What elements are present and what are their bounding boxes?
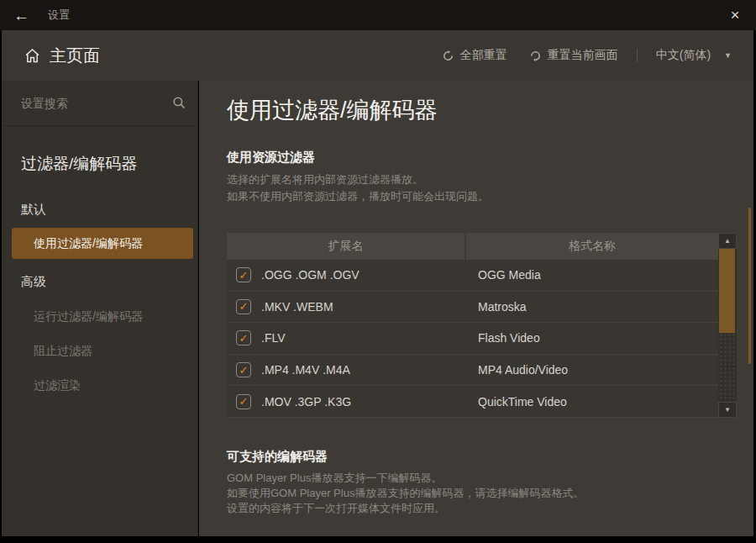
check-icon: ✓	[239, 301, 249, 312]
search-icon[interactable]	[171, 95, 186, 113]
table-body: ✓ .OGG .OGM .OGV OGG Media ✓ .MKV .WEBM …	[227, 260, 718, 418]
description-line: 如要使用GOM Player Plus播放器支持的编解码器，请选择编解码器格式。	[227, 486, 584, 501]
format-cell: OGG Media	[465, 268, 541, 282]
content-panel: 使用过滤器/编解码器 使用资源过滤器 选择的扩展名将用内部资源过滤器播放。 如果…	[199, 81, 753, 536]
home-nav[interactable]: 主页面	[24, 45, 100, 67]
table-row[interactable]: ✓ .MKV .WEBM Matroska	[227, 292, 718, 324]
scrollbar-thumb[interactable]	[719, 249, 735, 333]
description-line: 设置的内容将于下一次打开媒体文件时应用。	[227, 501, 584, 516]
sidebar-section-title: 过滤器/编解码器	[21, 153, 197, 175]
format-cell: QuickTime Video	[465, 395, 567, 409]
header-divider	[637, 49, 638, 62]
check-icon: ✓	[239, 396, 249, 407]
reset-all-icon	[442, 50, 460, 62]
filters-table: 扩展名 格式名称 ✓ .OGG .OGM .OGV OGG Media ✓ .M…	[227, 233, 737, 418]
reset-current-label: 重置当前画面	[548, 48, 618, 63]
section1-description: 选择的扩展名将用内部资源过滤器播放。 如果不使用内部资源过滤器，播放时可能会出现…	[227, 171, 489, 205]
settings-window: ← 设置 × 主页面 全部重置	[0, 0, 756, 543]
column-header-extension: 扩展名	[227, 233, 465, 260]
sidebar-item-block-filters[interactable]: 阻止过滤器	[2, 344, 197, 359]
header-bar: 主页面 全部重置 重置当前画面	[2, 30, 753, 81]
section2-description: GOM Player Plus播放器支持一下编解码器。 如要使用GOM Play…	[227, 471, 584, 516]
check-icon: ✓	[239, 270, 249, 281]
table-row[interactable]: ✓ .FLV Flash Video	[227, 323, 718, 355]
description-line: GOM Player Plus播放器支持一下编解码器。	[227, 471, 584, 486]
sidebar-item-use-filters-codecs[interactable]: 使用过滤器/编解码器	[12, 228, 193, 259]
back-button[interactable]: ←	[13, 8, 29, 24]
caret-down-icon: ▼	[724, 51, 732, 60]
window-title: 设置	[48, 8, 70, 23]
header-actions: 全部重置 重置当前画面 中文(简体) ▼	[442, 48, 732, 63]
sidebar-group-default: 默认	[21, 202, 197, 218]
sidebar: 过滤器/编解码器 默认 使用过滤器/编解码器 高级 运行过滤器/编解码器 阻止过…	[2, 81, 198, 536]
table-scrollbar: ▲ ▼	[718, 233, 737, 418]
check-icon: ✓	[239, 333, 249, 344]
reset-current-icon	[529, 50, 548, 62]
home-icon	[24, 47, 41, 65]
sidebar-item-filter-rendering[interactable]: 过滤渲染	[2, 378, 197, 393]
extension-cell: .MOV .3GP .K3G	[261, 395, 351, 409]
check-icon: ✓	[239, 365, 249, 376]
page-title: 使用过滤器/编解码器	[227, 95, 438, 125]
close-button[interactable]: ×	[726, 6, 744, 24]
extension-cell: .MKV .WEBM	[261, 300, 333, 314]
reset-current-button[interactable]: 重置当前画面	[529, 48, 618, 63]
extension-cell: .MP4 .M4V .M4A	[261, 363, 350, 377]
table-row[interactable]: ✓ .MOV .3GP .K3G QuickTime Video	[227, 386, 718, 418]
format-cell: Flash Video	[465, 331, 540, 345]
page-scrollbar-thumb[interactable]	[748, 208, 751, 364]
extension-cell: .FLV	[261, 331, 286, 345]
row-checkbox[interactable]: ✓	[236, 362, 251, 377]
column-header-format: 格式名称	[466, 233, 718, 260]
language-dropdown[interactable]: 中文(简体) ▼	[656, 48, 732, 63]
scroll-up-button[interactable]: ▲	[718, 233, 737, 249]
extension-cell: .OGG .OGM .OGV	[261, 268, 360, 282]
section2-heading: 可支持的编解码器	[227, 449, 328, 465]
search-row	[2, 81, 197, 126]
reset-all-label: 全部重置	[460, 48, 507, 63]
scrollbar-track[interactable]	[719, 333, 735, 402]
table-row[interactable]: ✓ .MP4 .M4V .M4A MP4 Audio/Video	[227, 355, 718, 387]
sidebar-group-advanced: 高级	[21, 274, 197, 290]
row-checkbox[interactable]: ✓	[236, 394, 251, 409]
row-checkbox[interactable]: ✓	[236, 267, 251, 282]
language-value: 中文(简体)	[656, 48, 711, 63]
sidebar-item-run-filters-codecs[interactable]: 运行过滤器/编解码器	[2, 309, 197, 324]
reset-all-button[interactable]: 全部重置	[442, 48, 507, 63]
format-cell: Matroska	[465, 300, 527, 314]
search-input[interactable]	[2, 81, 197, 125]
table-row[interactable]: ✓ .OGG .OGM .OGV OGG Media	[227, 260, 718, 292]
row-checkbox[interactable]: ✓	[236, 330, 251, 345]
description-line: 选择的扩展名将用内部资源过滤器播放。	[227, 171, 489, 188]
titlebar: ← 设置 ×	[0, 0, 756, 30]
description-line: 如果不使用内部资源过滤器，播放时可能会出现问题。	[227, 188, 489, 205]
scroll-down-button[interactable]: ▼	[718, 402, 737, 418]
table-header: 扩展名 格式名称	[227, 233, 737, 260]
section1-heading: 使用资源过滤器	[227, 150, 315, 166]
format-cell: MP4 Audio/Video	[465, 363, 568, 377]
home-label: 主页面	[50, 45, 100, 67]
row-checkbox[interactable]: ✓	[236, 299, 251, 314]
